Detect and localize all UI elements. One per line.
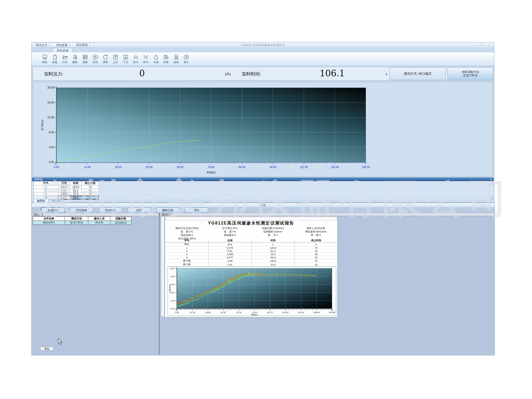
svg-text:16.00: 16.00 xyxy=(47,101,54,104)
open-icon xyxy=(62,54,68,60)
report-button-打印报表[interactable]: 打印报表 xyxy=(70,208,93,213)
test-records-panel: 测试记录 文件名称测试方法操作人员试验日期测试文件1定压计时法田文高2015/8… xyxy=(32,213,160,355)
connect-icon xyxy=(42,54,48,60)
column-header: 操作人员 xyxy=(88,217,110,221)
toolbar-button-水滴[interactable]: 水滴 xyxy=(151,54,161,64)
toolbar-button-新建[interactable]: 新建 xyxy=(50,54,60,64)
toolbar-button-查看[interactable]: 查看 xyxy=(161,54,171,64)
minimize-button[interactable]: – xyxy=(471,43,477,47)
report-table-row: 45.97766.810 xyxy=(165,256,338,259)
toolbar-button-加水[interactable]: 加水 xyxy=(131,54,141,64)
minimize-button[interactable]: – xyxy=(472,203,478,207)
maximize-button[interactable]: □ xyxy=(479,203,485,207)
svg-text:42.87: 42.87 xyxy=(221,311,226,314)
scroll-up-icon[interactable]: ▲ xyxy=(490,181,493,185)
results-tab-1[interactable]: 统计值 xyxy=(49,199,64,203)
table-row[interactable]: 测试文件1定压计时法田文高2015/8/14 xyxy=(33,221,131,225)
report-table-row: 序号压强时间停止时间 xyxy=(165,239,338,243)
water-drop-icon xyxy=(153,54,159,60)
params-icon xyxy=(82,54,88,60)
table-row[interactable]: 25.8181.330 xyxy=(34,189,99,192)
report-window-controls: –□× xyxy=(472,203,493,207)
svg-text:5.34: 5.34 xyxy=(170,275,174,278)
test-method-button[interactable]: 当前试验方法 定压计时法 xyxy=(447,67,493,80)
svg-text:12.00: 12.00 xyxy=(47,116,54,119)
view-icon xyxy=(163,54,169,60)
svg-text:0.00: 0.00 xyxy=(54,166,59,169)
delete-icon xyxy=(72,54,78,60)
start-icon xyxy=(92,54,98,60)
maximize-button[interactable]: □ xyxy=(479,43,485,47)
main-titlebar: 测试文件▼控制参数▼系统帮助▼ YG812E 型高压伺服渗水性测定仪 –□× xyxy=(32,42,494,48)
table-row[interactable]: 32.60622.630 xyxy=(34,192,99,196)
report-chart: 0.001.332.674.005.346.670.0014.2928.5842… xyxy=(168,267,336,316)
close-button[interactable]: × xyxy=(487,203,493,207)
report-window: 报表 –□× 生成报表打印报表导出报表设置删除记录退出 测试记录 文件名称测试方… xyxy=(31,203,495,355)
report-table-row: 25.8181.330 xyxy=(165,250,338,253)
svg-text:4.00: 4.00 xyxy=(170,283,174,286)
panel-options-icon[interactable]: ⊙ xyxy=(490,177,492,181)
svg-text:84.00: 84.00 xyxy=(239,166,245,169)
svg-text:142.89: 142.89 xyxy=(329,311,335,314)
svg-text:28.00: 28.00 xyxy=(115,166,122,169)
svg-text:0.00: 0.00 xyxy=(170,307,174,310)
toolbar-button-参数[interactable]: 参数 xyxy=(80,54,90,64)
info-row: 温 度:6℃湿 度:7%试样面积:100cm²增压速率:6kPa/min xyxy=(165,230,337,234)
main-window-title: YG812E 型高压伺服渗水性测定仪 xyxy=(32,43,494,47)
start-button[interactable]: 开始 xyxy=(40,347,53,351)
comm-mode-button[interactable]: 通讯方式--串口模式 xyxy=(389,67,446,80)
toolbar-button-打开[interactable]: 打开 xyxy=(60,54,70,64)
report-header-strip xyxy=(165,217,337,220)
main-window-controls: –□× xyxy=(471,43,492,47)
zero-icon xyxy=(102,54,109,60)
svg-text:70.00: 70.00 xyxy=(208,166,214,169)
results-caption-bar: 结果值 ⊙ xyxy=(32,177,494,181)
svg-text:28.58: 28.58 xyxy=(205,311,211,314)
results-tab-0[interactable]: 结果值 xyxy=(34,199,48,203)
table-row[interactable]: 45.97766.810 xyxy=(34,196,99,199)
pressure-value: 0 xyxy=(113,68,171,78)
report-button-row: 生成报表打印报表导出报表设置删除记录退出 xyxy=(32,207,494,214)
desktop: 测试文件▼控制参数▼系统帮助▼ YG812E 型高压伺服渗水性测定仪 –□× 系… xyxy=(0,0,532,399)
report-button-设置[interactable]: 设置 xyxy=(128,208,151,213)
toolbar-button-启动[interactable]: 启动 xyxy=(90,54,100,64)
close-button[interactable]: × xyxy=(486,43,492,47)
tab-system-keys[interactable]: 系统按键 xyxy=(53,48,72,53)
report-button-导出报表[interactable]: 导出报表 xyxy=(99,208,122,213)
report-table-row: 最小值2.6122.610 xyxy=(165,263,338,267)
svg-text:0.00: 0.00 xyxy=(49,161,54,164)
time-label: 实时时间: xyxy=(242,71,261,77)
report-table-row: 32.60622.630 xyxy=(165,253,338,256)
column-header: 序号 xyxy=(34,181,58,185)
report-icon xyxy=(173,54,179,60)
table-row[interactable]: 15.575129.976 xyxy=(34,185,99,189)
toolbar-button-清零[interactable]: 清零 xyxy=(100,54,110,64)
svg-text:6.67: 6.67 xyxy=(170,267,174,270)
main-chart-panel: 0.004.008.0012.0016.0020.000.0014.0028.0… xyxy=(33,82,493,177)
column-header: 试验日期 xyxy=(110,217,131,221)
report-button-退出[interactable]: 退出 xyxy=(185,208,208,213)
svg-text:时间(s): 时间(s) xyxy=(207,171,215,174)
main-window: 测试文件▼控制参数▼系统帮助▼ YG812E 型高压伺服渗水性测定仪 –□× 系… xyxy=(31,42,494,203)
records-table: 文件名称测试方法操作人员试验日期测试文件1定压计时法田文高2015/8/14 xyxy=(33,217,131,225)
toolbar-button-联机[interactable]: 联机 xyxy=(40,54,50,64)
toolbar-button-上升[interactable]: 上升 xyxy=(110,54,120,64)
toolbar-button-报表[interactable]: 报表 xyxy=(171,54,181,64)
column-header: 压强 xyxy=(58,181,70,185)
svg-text:56.00: 56.00 xyxy=(177,166,184,169)
report-button-删除记录[interactable]: 删除记录 xyxy=(156,208,179,213)
svg-text:8.00: 8.00 xyxy=(49,131,54,134)
toolbar-button-下压[interactable]: 下压 xyxy=(120,54,131,64)
report-page-margin xyxy=(161,216,164,317)
report-button-生成报表[interactable]: 生成报表 xyxy=(41,208,64,213)
report-table-row: 单位kPass xyxy=(165,243,338,246)
svg-text:100.02: 100.02 xyxy=(282,311,289,314)
scroll-down-icon[interactable]: ▼ xyxy=(490,196,493,199)
svg-text:时间(s): 时间(s) xyxy=(251,314,258,316)
svg-text:14.00: 14.00 xyxy=(84,166,91,169)
svg-text:128.60: 128.60 xyxy=(313,311,320,314)
toolbar-button-排水[interactable]: 排水 xyxy=(141,54,151,64)
toolbar-button-删除[interactable]: 删除 xyxy=(70,54,80,64)
results-scrollbar[interactable]: ▲ ▼ xyxy=(489,181,493,199)
toolbar-button-退出[interactable]: 退出 xyxy=(181,54,191,64)
